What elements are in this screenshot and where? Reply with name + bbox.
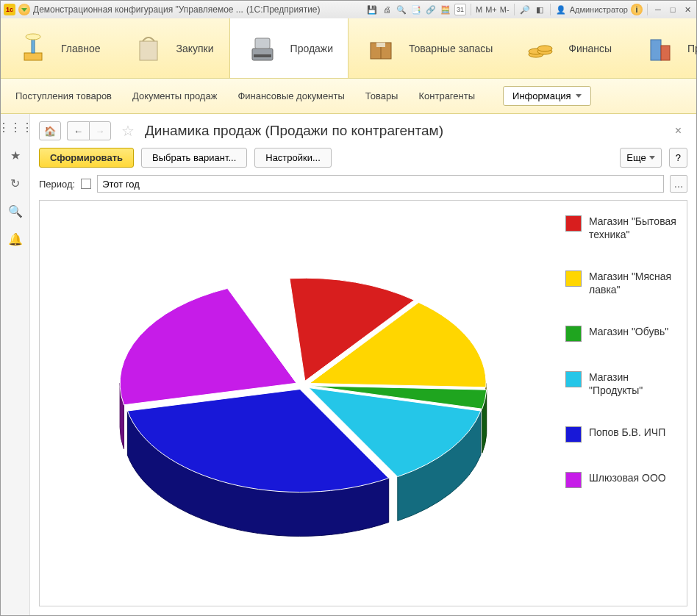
rail-history-icon[interactable]: ↻ bbox=[8, 176, 23, 190]
period-picker-button[interactable]: … bbox=[670, 175, 687, 193]
more-button[interactable]: Еще bbox=[620, 148, 661, 168]
rail-favorites-icon[interactable]: ★ bbox=[8, 148, 23, 162]
legend-label: Магазин "Обувь" bbox=[589, 326, 668, 339]
close-icon[interactable]: ✕ bbox=[682, 4, 693, 15]
save-icon[interactable]: 💾 bbox=[366, 4, 378, 15]
nav-item-enterprise[interactable]: Предприят bbox=[627, 18, 697, 78]
nav-item-stock[interactable]: Товарные запасы bbox=[348, 18, 508, 78]
form-report-button[interactable]: Сформировать bbox=[39, 148, 134, 168]
nav-sales-icon bbox=[245, 31, 280, 66]
maximize-icon[interactable]: □ bbox=[667, 4, 679, 15]
more-label: Еще bbox=[626, 152, 646, 163]
platform-label: (1С:Предприятие) bbox=[246, 4, 321, 15]
svg-rect-6 bbox=[254, 54, 271, 57]
nav-back-button[interactable]: ← bbox=[67, 121, 89, 140]
calendar-icon[interactable]: 31 bbox=[454, 4, 466, 15]
subnav-contragents[interactable]: Контрагенты bbox=[418, 90, 475, 101]
choose-variant-button[interactable]: Выбрать вариант... bbox=[141, 148, 247, 168]
period-checkbox[interactable] bbox=[81, 179, 91, 189]
favorite-star-icon[interactable]: ☆ bbox=[121, 122, 135, 140]
memory-m-icon[interactable]: M bbox=[476, 4, 482, 15]
nav-main-label: Главное bbox=[61, 43, 101, 54]
calculator-icon[interactable]: 🧮 bbox=[440, 4, 451, 15]
svg-rect-0 bbox=[24, 53, 42, 60]
subnav-goods-in[interactable]: Поступления товаров bbox=[15, 90, 112, 101]
legend-item: Магазин "Мясная лавка" bbox=[565, 271, 678, 296]
home-button[interactable]: 🏠 bbox=[39, 121, 61, 140]
subnav-finance-docs[interactable]: Финансовые документы bbox=[237, 90, 344, 101]
legend-swatch bbox=[565, 271, 582, 287]
user-icon: 👤 bbox=[555, 4, 567, 15]
memory-mplus-icon[interactable]: M+ bbox=[485, 4, 497, 15]
legend-swatch bbox=[565, 426, 582, 443]
pie-chart bbox=[60, 223, 546, 584]
chart-legend: Магазин "Бытовая техника"Магазин "Мясная… bbox=[565, 201, 687, 606]
legend-item: Попов Б.В. ИЧП bbox=[565, 426, 678, 443]
app-title: Демонстрационная конфигурация "Управляем… bbox=[33, 4, 243, 15]
legend-swatch bbox=[565, 326, 582, 342]
nav-enterprise-icon bbox=[642, 31, 677, 66]
minimize-icon[interactable]: ─ bbox=[652, 4, 664, 15]
legend-label: Магазин "Продукты" bbox=[589, 371, 678, 397]
nav-forward-button[interactable]: → bbox=[89, 121, 111, 140]
sub-nav: Поступления товаров Документы продаж Фин… bbox=[1, 79, 696, 114]
nav-item-purchases[interactable]: Закупки bbox=[116, 18, 229, 78]
nav-sales-label: Продажи bbox=[290, 43, 333, 54]
svg-rect-5 bbox=[255, 38, 270, 49]
chevron-down-icon bbox=[649, 156, 655, 160]
page-title: Динамика продаж (Продажи по контрагентам… bbox=[145, 123, 443, 139]
nav-stock-label: Товарные запасы bbox=[409, 43, 493, 54]
legend-swatch bbox=[565, 472, 582, 488]
compare-icon[interactable]: 📑 bbox=[410, 4, 422, 15]
legend-item: Магазин "Продукты" bbox=[565, 371, 678, 397]
nav-stock-icon bbox=[363, 31, 398, 66]
subnav-information-button[interactable]: Информация bbox=[503, 86, 591, 106]
nav-item-finance[interactable]: Финансы bbox=[508, 18, 627, 78]
legend-item: Магазин "Бытовая техника" bbox=[565, 215, 678, 241]
legend-swatch bbox=[565, 371, 582, 387]
nav-item-sales[interactable]: Продажи bbox=[229, 18, 348, 78]
link-icon[interactable]: 🔗 bbox=[425, 4, 437, 15]
rail-apps-icon[interactable]: ⋮⋮⋮ bbox=[8, 120, 23, 135]
svg-point-13 bbox=[537, 46, 552, 51]
chevron-down-icon bbox=[576, 94, 582, 98]
nav-item-main[interactable]: Главное bbox=[1, 18, 116, 78]
nav-finance-label: Финансы bbox=[568, 43, 612, 54]
legend-item: Магазин "Обувь" bbox=[565, 326, 678, 342]
left-rail: ⋮⋮⋮ ★ ↻ 🔍 🔔 bbox=[1, 114, 30, 615]
chart-area: Магазин "Бытовая техника"Магазин "Мясная… bbox=[39, 200, 687, 606]
subnav-information-label: Информация bbox=[512, 90, 571, 101]
nav-purchases-label: Закупки bbox=[176, 43, 214, 54]
legend-label: Магазин "Мясная лавка" bbox=[589, 271, 678, 296]
rail-search-icon[interactable]: 🔍 bbox=[8, 204, 23, 218]
app-menu-dropdown-icon[interactable] bbox=[18, 4, 30, 15]
subnav-goods[interactable]: Товары bbox=[365, 90, 398, 101]
panel-layout-icon[interactable]: ◧ bbox=[534, 4, 546, 15]
user-label: Администратор bbox=[570, 5, 628, 14]
memory-mminus-icon[interactable]: M- bbox=[500, 4, 510, 15]
app-logo-icon: 1c bbox=[4, 4, 15, 15]
main-nav: Главное Закупки Продажи Товарные запасы … bbox=[1, 18, 696, 79]
print-icon[interactable]: 🖨 bbox=[381, 4, 393, 15]
legend-swatch bbox=[565, 215, 582, 232]
info-icon[interactable]: i bbox=[631, 4, 643, 15]
legend-label: Шлюзовая ООО bbox=[589, 472, 666, 485]
rail-notifications-icon[interactable]: 🔔 bbox=[8, 232, 23, 246]
legend-label: Попов Б.В. ИЧП bbox=[589, 426, 665, 440]
svg-rect-14 bbox=[651, 40, 661, 60]
period-label: Период: bbox=[39, 179, 75, 190]
subnav-sales-docs[interactable]: Документы продаж bbox=[132, 90, 217, 101]
svg-rect-9 bbox=[376, 43, 385, 47]
period-input[interactable] bbox=[97, 175, 664, 193]
nav-enterprise-label: Предприят bbox=[687, 43, 697, 54]
titlebar: 1c Демонстрационная конфигурация "Управл… bbox=[1, 1, 696, 18]
zoom-icon[interactable]: 🔎 bbox=[519, 4, 531, 15]
print-preview-icon[interactable]: 🔍 bbox=[396, 4, 407, 15]
help-button[interactable]: ? bbox=[669, 148, 687, 168]
legend-label: Магазин "Бытовая техника" bbox=[589, 215, 678, 241]
settings-button[interactable]: Настройки... bbox=[254, 148, 332, 168]
page-close-icon[interactable]: × bbox=[669, 121, 687, 140]
nav-main-icon bbox=[15, 31, 51, 66]
nav-purchases-icon bbox=[131, 31, 166, 66]
nav-finance-icon bbox=[523, 31, 558, 66]
